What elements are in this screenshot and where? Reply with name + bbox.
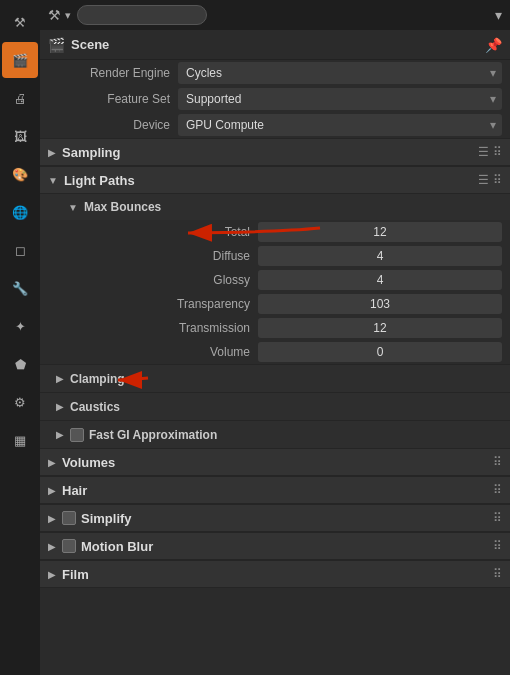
sidebar-icon-constraints[interactable]: ⚙	[2, 384, 38, 420]
light-paths-label: Light Paths	[64, 173, 478, 188]
light-paths-list-icon: ☰	[478, 173, 489, 187]
sidebar-icon-world[interactable]: 🌐	[2, 194, 38, 230]
light-paths-grid-icon: ⠿	[493, 173, 502, 187]
feature-set-label: Feature Set	[48, 92, 178, 106]
transparency-label: Transparency	[48, 297, 258, 311]
sidebar-icon-scene[interactable]: 🎬	[2, 42, 38, 78]
total-value[interactable]: 12	[258, 222, 502, 242]
hair-icons: ⠿	[493, 483, 502, 497]
caustics-arrow: ▶	[56, 401, 64, 412]
hair-grid-icon: ⠿	[493, 483, 502, 497]
sidebar-icon-shader[interactable]: 🎨	[2, 156, 38, 192]
main-panel: ⚒ ▾ ▾ 🎬 Scene 📌 Render Engine Cycles Fea…	[40, 0, 510, 675]
device-dropdown[interactable]: GPU Compute	[178, 114, 502, 136]
glossy-row: Glossy 4	[40, 268, 510, 292]
volumes-icons: ⠿	[493, 455, 502, 469]
render-engine-label: Render Engine	[48, 66, 178, 80]
feature-set-dropdown[interactable]: Supported	[178, 88, 502, 110]
motion-blur-checkbox[interactable]	[62, 539, 76, 553]
render-engine-dropdown[interactable]: Cycles	[178, 62, 502, 84]
hair-label: Hair	[62, 483, 493, 498]
total-label: Total	[48, 225, 258, 239]
transmission-label: Transmission	[48, 321, 258, 335]
transmission-value[interactable]: 12	[258, 318, 502, 338]
caustics-label: Caustics	[70, 400, 120, 414]
volumes-section-header[interactable]: ▶ Volumes ⠿	[40, 448, 510, 476]
diffuse-value[interactable]: 4	[258, 246, 502, 266]
volumes-grid-icon: ⠿	[493, 455, 502, 469]
max-bounces-label: Max Bounces	[84, 200, 161, 214]
film-section-header[interactable]: ▶ Film ⠿	[40, 560, 510, 588]
sampling-label: Sampling	[62, 145, 478, 160]
sidebar-icon-modifier[interactable]: 🔧	[2, 270, 38, 306]
simplify-arrow: ▶	[48, 513, 56, 524]
fast-gi-section[interactable]: ▶ Fast GI Approximation	[40, 420, 510, 448]
diffuse-label: Diffuse	[48, 249, 258, 263]
motion-blur-label: Motion Blur	[81, 539, 493, 554]
film-grid-icon: ⠿	[493, 567, 502, 581]
simplify-label: Simplify	[81, 511, 493, 526]
menu-dropdown-icon[interactable]: ▾	[65, 9, 71, 22]
topbar-dropdown-icon[interactable]: ▾	[495, 7, 502, 23]
light-paths-arrow: ▼	[48, 175, 58, 186]
motion-blur-arrow: ▶	[48, 541, 56, 552]
max-bounces-arrow: ▼	[68, 202, 78, 213]
clamping-arrow: ▶	[56, 373, 64, 384]
search-input[interactable]	[77, 5, 207, 25]
film-arrow: ▶	[48, 569, 56, 580]
caustics-section[interactable]: ▶ Caustics	[40, 392, 510, 420]
glossy-label: Glossy	[48, 273, 258, 287]
volume-label: Volume	[48, 345, 258, 359]
menu-icon[interactable]: ⚒	[48, 7, 61, 23]
simplify-section-header[interactable]: ▶ Simplify ⠿	[40, 504, 510, 532]
motion-blur-icons: ⠿	[493, 539, 502, 553]
sampling-icons: ☰ ⠿	[478, 145, 502, 159]
motion-blur-section-header[interactable]: ▶ Motion Blur ⠿	[40, 532, 510, 560]
transmission-row: Transmission 12	[40, 316, 510, 340]
sidebar-icon-physics[interactable]: ⬟	[2, 346, 38, 382]
simplify-grid-icon: ⠿	[493, 511, 502, 525]
sampling-section-header[interactable]: ▶ Sampling ☰ ⠿	[40, 138, 510, 166]
hair-section-header[interactable]: ▶ Hair ⠿	[40, 476, 510, 504]
sampling-list-icon: ☰	[478, 145, 489, 159]
glossy-value[interactable]: 4	[258, 270, 502, 290]
panel-header: 🎬 Scene 📌	[40, 30, 510, 60]
sidebar-icon-data[interactable]: ▦	[2, 422, 38, 458]
sampling-arrow: ▶	[48, 147, 56, 158]
transparency-value[interactable]: 103	[258, 294, 502, 314]
feature-set-row: Feature Set Supported	[40, 86, 510, 112]
sidebar: ⚒ 🎬 🖨 🖼 🎨 🌐 ◻ 🔧 ✦ ⬟ ⚙ ▦	[0, 0, 40, 675]
hair-arrow: ▶	[48, 485, 56, 496]
topbar: ⚒ ▾ ▾	[40, 0, 510, 30]
clamping-label: Clamping	[70, 372, 125, 386]
fast-gi-checkbox[interactable]	[70, 428, 84, 442]
properties-content: 🎬 Scene 📌 Render Engine Cycles Feature S…	[40, 30, 510, 675]
sidebar-icon-view[interactable]: 🖼	[2, 118, 38, 154]
pin-icon[interactable]: 📌	[485, 37, 502, 53]
device-label: Device	[48, 118, 178, 132]
film-label: Film	[62, 567, 493, 582]
simplify-checkbox[interactable]	[62, 511, 76, 525]
simplify-icons: ⠿	[493, 511, 502, 525]
fast-gi-arrow: ▶	[56, 429, 64, 440]
sidebar-icon-object[interactable]: ◻	[2, 232, 38, 268]
fast-gi-label: Fast GI Approximation	[89, 428, 217, 442]
volume-value[interactable]: 0	[258, 342, 502, 362]
sidebar-icon-particles[interactable]: ✦	[2, 308, 38, 344]
volumes-arrow: ▶	[48, 457, 56, 468]
topbar-menu: ⚒ ▾	[48, 7, 71, 23]
sampling-grid-icon: ⠿	[493, 145, 502, 159]
film-icons: ⠿	[493, 567, 502, 581]
volumes-label: Volumes	[62, 455, 493, 470]
panel-icon: 🎬	[48, 37, 65, 53]
sidebar-icon-tools[interactable]: ⚒	[2, 4, 38, 40]
device-row: Device GPU Compute	[40, 112, 510, 138]
diffuse-row: Diffuse 4	[40, 244, 510, 268]
light-paths-icons: ☰ ⠿	[478, 173, 502, 187]
max-bounces-header[interactable]: ▼ Max Bounces	[40, 194, 510, 220]
render-engine-row: Render Engine Cycles	[40, 60, 510, 86]
total-row: Total 12	[40, 220, 510, 244]
clamping-section[interactable]: ▶ Clamping	[40, 364, 510, 392]
light-paths-section-header[interactable]: ▼ Light Paths ☰ ⠿	[40, 166, 510, 194]
sidebar-icon-render[interactable]: 🖨	[2, 80, 38, 116]
